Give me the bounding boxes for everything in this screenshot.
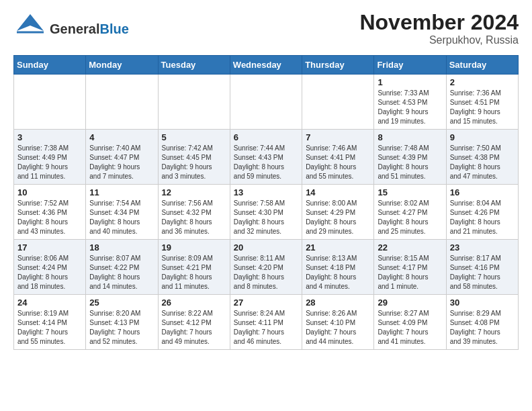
calendar-cell: [158, 75, 230, 130]
svg-marker-0: [17, 14, 44, 31]
calendar-subtitle: Serpukhov, Russia: [359, 34, 519, 46]
day-number: 2: [450, 77, 515, 87]
calendar-table: SundayMondayTuesdayWednesdayThursdayFrid…: [13, 55, 519, 350]
day-info: Sunrise: 8:29 AM Sunset: 4:08 PM Dayligh…: [450, 309, 515, 347]
calendar-cell: 24Sunrise: 8:19 AM Sunset: 4:14 PM Dayli…: [14, 295, 86, 350]
day-info: Sunrise: 8:11 AM Sunset: 4:20 PM Dayligh…: [234, 254, 298, 291]
calendar-cell: 25Sunrise: 8:20 AM Sunset: 4:13 PM Dayli…: [86, 295, 158, 350]
day-number: 25: [89, 298, 154, 308]
calendar-cell: 22Sunrise: 8:15 AM Sunset: 4:17 PM Dayli…: [374, 240, 446, 295]
day-number: 23: [450, 242, 515, 253]
day-info: Sunrise: 8:00 AM Sunset: 4:29 PM Dayligh…: [306, 199, 370, 236]
calendar-cell: 1Sunrise: 7:33 AM Sunset: 4:53 PM Daylig…: [374, 75, 446, 130]
day-info: Sunrise: 8:26 AM Sunset: 4:10 PM Dayligh…: [306, 309, 370, 347]
calendar-cell: [14, 75, 86, 130]
day-info: Sunrise: 7:58 AM Sunset: 4:30 PM Dayligh…: [234, 199, 298, 236]
day-number: 21: [306, 242, 370, 253]
day-number: 20: [234, 242, 298, 253]
day-number: 12: [162, 187, 226, 197]
logo-general: General: [50, 21, 99, 36]
day-info: Sunrise: 7:48 AM Sunset: 4:39 PM Dayligh…: [378, 144, 442, 181]
calendar-cell: [230, 75, 302, 130]
calendar-week-row: 1Sunrise: 7:33 AM Sunset: 4:53 PM Daylig…: [14, 75, 519, 130]
day-info: Sunrise: 8:19 AM Sunset: 4:14 PM Dayligh…: [17, 309, 82, 347]
day-number: 15: [378, 187, 442, 197]
calendar-week-row: 10Sunrise: 7:52 AM Sunset: 4:36 PM Dayli…: [14, 185, 519, 240]
calendar-cell: 5Sunrise: 7:42 AM Sunset: 4:45 PM Daylig…: [158, 130, 230, 185]
day-info: Sunrise: 7:50 AM Sunset: 4:38 PM Dayligh…: [450, 144, 515, 181]
day-number: 11: [89, 187, 154, 197]
calendar-cell: 28Sunrise: 8:26 AM Sunset: 4:10 PM Dayli…: [302, 295, 374, 350]
day-number: 3: [17, 132, 82, 142]
day-number: 17: [17, 242, 82, 253]
day-number: 22: [378, 242, 442, 253]
day-info: Sunrise: 8:17 AM Sunset: 4:16 PM Dayligh…: [450, 254, 515, 291]
calendar-cell: 15Sunrise: 8:02 AM Sunset: 4:27 PM Dayli…: [374, 185, 446, 240]
day-info: Sunrise: 7:44 AM Sunset: 4:43 PM Dayligh…: [234, 144, 298, 181]
day-info: Sunrise: 8:04 AM Sunset: 4:26 PM Dayligh…: [450, 199, 515, 236]
logo-text: GeneralBlue: [50, 21, 129, 37]
day-number: 13: [234, 187, 298, 197]
day-info: Sunrise: 8:20 AM Sunset: 4:13 PM Dayligh…: [89, 309, 154, 347]
day-number: 18: [89, 242, 154, 253]
day-number: 27: [234, 298, 298, 308]
calendar-cell: 21Sunrise: 8:13 AM Sunset: 4:18 PM Dayli…: [302, 240, 374, 295]
calendar-cell: [302, 75, 374, 130]
day-number: 28: [306, 298, 370, 308]
calendar-cell: 20Sunrise: 8:11 AM Sunset: 4:20 PM Dayli…: [230, 240, 302, 295]
calendar-cell: 23Sunrise: 8:17 AM Sunset: 4:16 PM Dayli…: [446, 240, 518, 295]
day-number: 14: [306, 187, 370, 197]
day-info: Sunrise: 8:07 AM Sunset: 4:22 PM Dayligh…: [89, 254, 154, 291]
logo-blue: Blue: [99, 21, 128, 36]
calendar-cell: 18Sunrise: 8:07 AM Sunset: 4:22 PM Dayli…: [86, 240, 158, 295]
day-number: 19: [162, 242, 226, 253]
day-info: Sunrise: 8:24 AM Sunset: 4:11 PM Dayligh…: [234, 309, 298, 347]
weekday-header: Thursday: [302, 56, 374, 75]
page: GeneralBlue November 2024 Serpukhov, Rus…: [0, 0, 532, 363]
calendar-cell: 26Sunrise: 8:22 AM Sunset: 4:12 PM Dayli…: [158, 295, 230, 350]
calendar-cell: 16Sunrise: 8:04 AM Sunset: 4:26 PM Dayli…: [446, 185, 518, 240]
weekday-header: Monday: [86, 56, 158, 75]
day-number: 10: [17, 187, 82, 197]
day-number: 26: [162, 298, 226, 308]
day-info: Sunrise: 7:52 AM Sunset: 4:36 PM Dayligh…: [17, 199, 82, 236]
day-number: 7: [306, 132, 370, 142]
day-info: Sunrise: 7:36 AM Sunset: 4:51 PM Dayligh…: [450, 89, 515, 126]
calendar-cell: 12Sunrise: 7:56 AM Sunset: 4:32 PM Dayli…: [158, 185, 230, 240]
day-number: 30: [450, 298, 515, 308]
day-info: Sunrise: 7:54 AM Sunset: 4:34 PM Dayligh…: [89, 199, 154, 236]
calendar-cell: 6Sunrise: 7:44 AM Sunset: 4:43 PM Daylig…: [230, 130, 302, 185]
day-info: Sunrise: 8:09 AM Sunset: 4:21 PM Dayligh…: [162, 254, 226, 291]
calendar-cell: 2Sunrise: 7:36 AM Sunset: 4:51 PM Daylig…: [446, 75, 518, 130]
day-number: 16: [450, 187, 515, 197]
calendar-cell: 17Sunrise: 8:06 AM Sunset: 4:24 PM Dayli…: [14, 240, 86, 295]
calendar-cell: 19Sunrise: 8:09 AM Sunset: 4:21 PM Dayli…: [158, 240, 230, 295]
calendar-week-row: 24Sunrise: 8:19 AM Sunset: 4:14 PM Dayli…: [14, 295, 519, 350]
day-number: 9: [450, 132, 515, 142]
day-info: Sunrise: 7:42 AM Sunset: 4:45 PM Dayligh…: [162, 144, 226, 181]
calendar-cell: [86, 75, 158, 130]
day-info: Sunrise: 7:33 AM Sunset: 4:53 PM Dayligh…: [378, 89, 442, 126]
header: GeneralBlue November 2024 Serpukhov, Rus…: [13, 11, 519, 47]
day-info: Sunrise: 8:06 AM Sunset: 4:24 PM Dayligh…: [17, 254, 82, 291]
day-number: 6: [234, 132, 298, 142]
day-number: 29: [378, 298, 442, 308]
day-info: Sunrise: 7:46 AM Sunset: 4:41 PM Dayligh…: [306, 144, 370, 181]
calendar-cell: 10Sunrise: 7:52 AM Sunset: 4:36 PM Dayli…: [14, 185, 86, 240]
calendar-cell: 8Sunrise: 7:48 AM Sunset: 4:39 PM Daylig…: [374, 130, 446, 185]
day-info: Sunrise: 7:38 AM Sunset: 4:49 PM Dayligh…: [17, 144, 82, 181]
day-number: 4: [89, 132, 154, 142]
calendar-cell: 29Sunrise: 8:27 AM Sunset: 4:09 PM Dayli…: [374, 295, 446, 350]
calendar-cell: 9Sunrise: 7:50 AM Sunset: 4:38 PM Daylig…: [446, 130, 518, 185]
day-info: Sunrise: 8:27 AM Sunset: 4:09 PM Dayligh…: [378, 309, 442, 347]
day-info: Sunrise: 7:40 AM Sunset: 4:47 PM Dayligh…: [89, 144, 154, 181]
calendar-cell: 13Sunrise: 7:58 AM Sunset: 4:30 PM Dayli…: [230, 185, 302, 240]
title-block: November 2024 Serpukhov, Russia: [359, 11, 519, 46]
day-info: Sunrise: 8:13 AM Sunset: 4:18 PM Dayligh…: [306, 254, 370, 291]
calendar-cell: 30Sunrise: 8:29 AM Sunset: 4:08 PM Dayli…: [446, 295, 518, 350]
calendar-cell: 27Sunrise: 8:24 AM Sunset: 4:11 PM Dayli…: [230, 295, 302, 350]
day-number: 5: [162, 132, 226, 142]
day-number: 24: [17, 298, 82, 308]
day-number: 1: [378, 77, 442, 87]
day-number: 8: [378, 132, 442, 142]
